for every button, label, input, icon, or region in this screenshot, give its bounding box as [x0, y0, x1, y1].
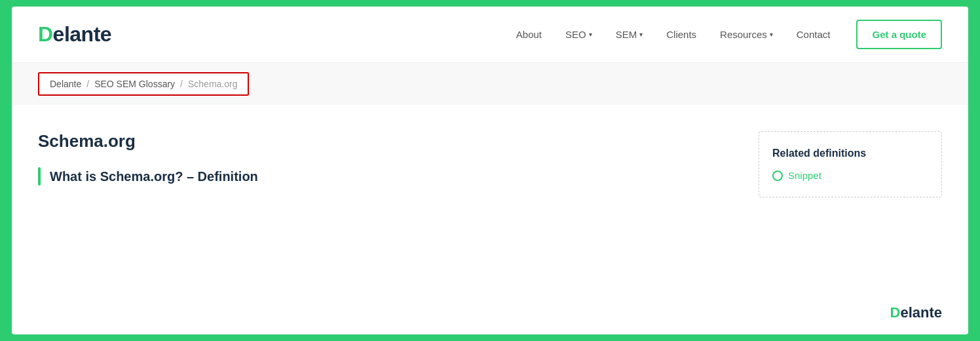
main-content: Schema.org What is Schema.org? – Definit… — [12, 105, 968, 304]
page-wrapper: Delante About SEO ▾ SEM ▾ Clients Resour… — [12, 7, 968, 334]
chevron-down-icon: ▾ — [770, 31, 773, 38]
related-link-snippet[interactable]: Snippet — [788, 170, 821, 181]
footer-logo: Delante — [890, 304, 942, 321]
logo-text: Delante — [38, 22, 111, 47]
breadcrumb-area: Delante / SEO SEM Glossary / Schema.org — [12, 63, 968, 105]
content-area: Schema.org What is Schema.org? – Definit… — [38, 131, 732, 278]
definition-heading-text: What is Schema.org? – Definition — [50, 167, 258, 186]
breadcrumb-home[interactable]: Delante — [50, 79, 81, 89]
sidebar: Related definitions Snippet — [759, 131, 942, 278]
circle-icon — [772, 170, 783, 181]
header: Delante About SEO ▾ SEM ▾ Clients Resour… — [12, 7, 968, 63]
nav-item-clients[interactable]: Clients — [666, 29, 696, 40]
related-definitions-title: Related definitions — [772, 148, 928, 159]
chevron-down-icon: ▾ — [589, 31, 592, 38]
nav-item-resources[interactable]: Resources ▾ — [720, 29, 773, 40]
breadcrumb-separator-1: / — [86, 79, 89, 89]
definition-bar-accent — [38, 167, 41, 186]
footer-logo-d: D — [890, 304, 901, 321]
footer-logo-rest: elante — [900, 304, 942, 321]
breadcrumb-current: Schema.org — [188, 79, 237, 89]
main-nav: About SEO ▾ SEM ▾ Clients Resources ▾ Co… — [516, 29, 831, 40]
breadcrumb-separator-2: / — [180, 79, 183, 89]
chevron-down-icon: ▾ — [639, 31, 643, 38]
nav-item-about[interactable]: About — [516, 29, 542, 40]
definition-heading-block: What is Schema.org? – Definition — [38, 167, 732, 186]
breadcrumb: Delante / SEO SEM Glossary / Schema.org — [38, 72, 249, 96]
nav-item-contact[interactable]: Contact — [797, 29, 831, 40]
footer-logo-area: Delante — [12, 304, 968, 334]
nav-item-sem[interactable]: SEM ▾ — [616, 29, 643, 40]
breadcrumb-glossary[interactable]: SEO SEM Glossary — [94, 79, 175, 89]
page-title: Schema.org — [38, 131, 732, 151]
nav-item-seo[interactable]: SEO ▾ — [565, 29, 592, 40]
related-definitions-box: Related definitions Snippet — [759, 131, 942, 197]
get-quote-button[interactable]: Get a quote — [856, 20, 942, 49]
logo-d-letter: D — [38, 22, 53, 46]
related-item-snippet: Snippet — [772, 170, 928, 181]
logo[interactable]: Delante — [38, 22, 111, 47]
